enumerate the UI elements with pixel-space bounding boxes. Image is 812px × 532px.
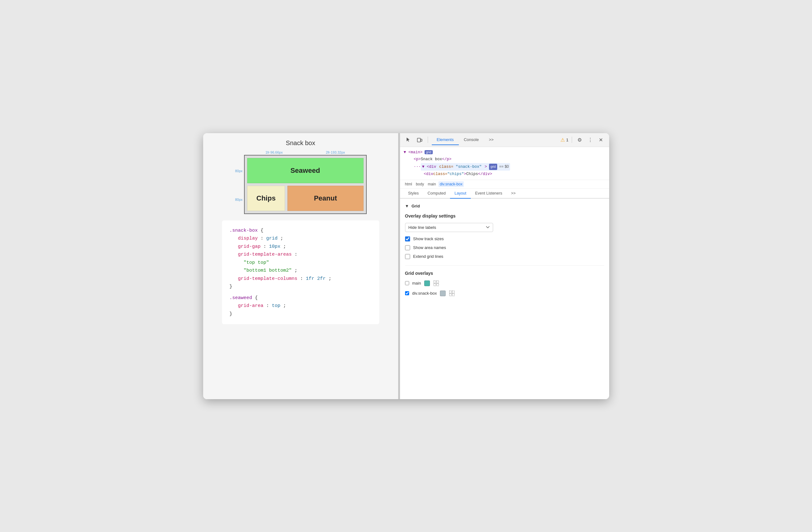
overlay-main-checkbox[interactable] (405, 281, 409, 285)
overlay-main-dots-icon[interactable] (433, 280, 439, 286)
grid-badge-snackbox: grid (489, 164, 497, 170)
col-label-1: 1fr·96.66px (265, 151, 283, 154)
device-icon[interactable] (415, 135, 424, 144)
tab-styles[interactable]: Styles (404, 188, 423, 199)
dom-line-snack-box[interactable]: ··· ▼ <div class= "snack-box" > grid == … (404, 163, 605, 171)
warning-badge: ⚠ 1 (561, 137, 568, 143)
browser-window: Snack box 1fr·96.66px 2fr·193.32px 80px … (203, 133, 609, 399)
tab-more[interactable]: >> (484, 135, 498, 145)
warning-count: 1 (566, 138, 568, 142)
grid-container-wrapper: 1fr·96.66px 2fr·193.32px 80px 80px Seawe… (235, 151, 367, 214)
grid-overlays-title: Grid overlays (405, 271, 604, 276)
seaweed-cell: Seaweed (247, 158, 364, 183)
devtools-main-tabs: Elements Console >> (432, 135, 499, 145)
layout-panel: ▼ Grid Overlay display settings Hide lin… (400, 199, 609, 399)
toolbar-right: ⚠ 1 ⚙ ⋮ ✕ (561, 135, 605, 144)
breadcrumb-body[interactable]: body (415, 181, 425, 187)
dom-line-p[interactable]: <p> Snack box </p> (404, 156, 605, 163)
overlay-display-select[interactable]: Hide line labels Show line labels Show n… (405, 223, 493, 232)
overlay-settings-section: Overlay display settings Hide line label… (405, 213, 604, 259)
snack-grid: Seaweed Chips Peanut (244, 155, 367, 214)
dom-line-main[interactable]: ▼ <main> grid (404, 149, 605, 156)
settings-icon[interactable]: ⚙ (575, 135, 584, 144)
code-line-7: grid-template-columns : 1fr 2fr ; (230, 275, 372, 283)
code-line-8: } (230, 283, 372, 291)
cursor-icon[interactable] (404, 135, 412, 144)
overlay-snackbox-dots-icon[interactable] (449, 290, 455, 296)
svg-rect-8 (449, 294, 452, 296)
grid-section-header[interactable]: ▼ Grid (405, 204, 604, 208)
code-panel: .snack-box { display : grid ; grid-gap :… (222, 220, 379, 324)
tab-console[interactable]: Console (459, 135, 484, 145)
more-options-icon[interactable]: ⋮ (586, 135, 595, 144)
overlay-snackbox-row: div.snack-box (405, 290, 604, 296)
svg-rect-4 (434, 284, 436, 286)
breadcrumb-main[interactable]: main (426, 181, 437, 187)
panel-tabs: Styles Computed Layout Event Listeners >… (400, 188, 609, 199)
chips-cell: Chips (247, 186, 285, 211)
grid-overlays-section: Grid overlays main (405, 271, 604, 296)
tab-elements[interactable]: Elements (432, 135, 459, 145)
tab-panel-more[interactable]: >> (507, 188, 520, 199)
tab-event-listeners[interactable]: Event Listeners (471, 188, 507, 199)
dom-line-chips[interactable]: <div class= "chips" > Chips </div> (404, 171, 605, 178)
dom-selected-element: ▼ <div class= "snack-box" > grid == $0 (421, 163, 510, 171)
row-label-1: 80px (235, 169, 243, 173)
overlay-snackbox-checkbox[interactable] (405, 291, 409, 295)
breadcrumb: html body main div.snack-box (400, 180, 609, 188)
grid-row-labels: 80px 80px (235, 157, 243, 214)
code-line-11: } (230, 310, 372, 318)
overlay-dropdown-row: Hide line labels Show line labels Show n… (405, 223, 604, 232)
show-area-names-row: Show area names (405, 245, 604, 250)
overlay-main-row: main (405, 280, 604, 286)
overlay-settings-title: Overlay display settings (405, 213, 604, 219)
code-line-5: "top top" (230, 259, 372, 267)
snack-box-title: Snack box (286, 139, 315, 147)
svg-rect-1 (421, 139, 422, 141)
row-label-2: 80px (235, 198, 243, 201)
col-label-2: 2fr·193.32px (326, 151, 345, 154)
overlay-snackbox-color[interactable] (440, 291, 446, 296)
svg-rect-6 (449, 291, 452, 293)
page-panel: Snack box 1fr·96.66px 2fr·193.32px 80px … (203, 133, 398, 399)
svg-rect-5 (436, 284, 439, 286)
code-line-9: .seaweed { (230, 294, 372, 302)
extend-grid-lines-label: Extend grid lines (413, 254, 444, 259)
overlay-main-color[interactable] (424, 280, 430, 286)
svg-rect-2 (434, 281, 436, 283)
show-area-names-label: Show area names (413, 245, 446, 250)
show-area-names-checkbox[interactable] (405, 245, 410, 250)
svg-rect-0 (417, 138, 420, 142)
tab-computed[interactable]: Computed (423, 188, 450, 199)
overlay-main-label: main (412, 281, 421, 285)
toolbar-separator (428, 137, 428, 143)
overlay-snackbox-label: div.snack-box (412, 291, 437, 296)
grid-column-labels: 1fr·96.66px 2fr·193.32px (235, 151, 367, 154)
code-line-3: grid-gap : 10px ; (230, 243, 372, 251)
devtools-panel: Elements Console >> ⚠ 1 ⚙ ⋮ ✕ (400, 133, 609, 399)
breadcrumb-html[interactable]: html (404, 181, 414, 187)
svg-rect-3 (436, 281, 439, 283)
show-track-sizes-row: Show track sizes (405, 236, 604, 241)
show-track-sizes-label: Show track sizes (413, 236, 444, 241)
extend-grid-lines-row: Extend grid lines (405, 254, 604, 259)
dom-tree: ▼ <main> grid <p> Snack box </p> ··· (400, 147, 609, 180)
tab-layout[interactable]: Layout (450, 188, 471, 199)
snack-box-demo: Snack box 1fr·96.66px 2fr·193.32px 80px … (209, 139, 392, 214)
breadcrumb-snackbox[interactable]: div.snack-box (438, 181, 464, 187)
code-line-4: grid-template-areas : (230, 251, 372, 259)
grid-section-label: Grid (411, 204, 420, 208)
code-line-6: "bottom1 bottom2" ; (230, 267, 372, 275)
code-line-10: grid-area : top ; (230, 302, 372, 310)
section-divider (405, 265, 604, 266)
code-line-1: .snack-box { (230, 227, 372, 235)
toolbar-separator-2 (572, 137, 572, 143)
grid-collapse-icon: ▼ (405, 204, 409, 208)
close-icon[interactable]: ✕ (597, 135, 605, 144)
code-spacer (230, 291, 372, 294)
svg-rect-7 (452, 291, 454, 293)
show-track-sizes-checkbox[interactable] (405, 236, 410, 241)
warning-icon: ⚠ (561, 137, 565, 143)
devtools-toolbar: Elements Console >> ⚠ 1 ⚙ ⋮ ✕ (400, 133, 609, 147)
extend-grid-lines-checkbox[interactable] (405, 254, 410, 259)
